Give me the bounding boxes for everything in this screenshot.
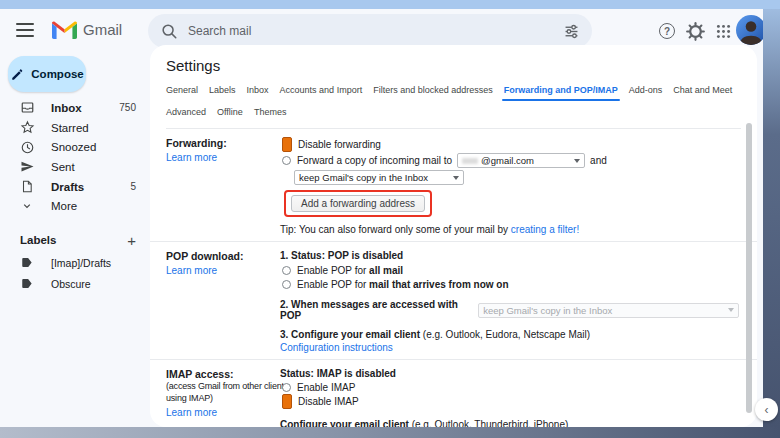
pop-status-text: 1. Status: POP is disabled	[280, 250, 739, 261]
sidebar-nav: Inbox 750 Starred Snoozed Sent Drafts 5 …	[0, 98, 150, 216]
imap-learn-more-link[interactable]: Learn more	[166, 407, 280, 418]
create-label-icon[interactable]: +	[127, 232, 136, 249]
pop-when-label: 2. When messages are accessed with POP	[280, 299, 473, 321]
account-avatar[interactable]	[736, 15, 763, 45]
sidebar-item-more[interactable]: More	[0, 196, 150, 216]
pencil-icon	[10, 67, 25, 82]
label-tag-icon	[20, 254, 37, 271]
inbox-icon	[20, 99, 37, 116]
send-icon	[20, 158, 37, 175]
imap-access-label: IMAP access:	[166, 368, 280, 380]
forwarding-tip: Tip: You can also forward only some of y…	[280, 224, 739, 235]
imap-status-text: Status: IMAP is disabled	[280, 368, 739, 379]
chevron-down-icon	[20, 198, 37, 215]
tab-offline[interactable]: Offline	[217, 107, 243, 118]
tab-forwarding-and-pop-imap[interactable]: Forwarding and POP/IMAP	[504, 85, 618, 96]
forwarding-label: Forwarding:	[166, 137, 280, 149]
google-apps-grid-icon[interactable]	[713, 21, 733, 41]
frame-bottom-border	[0, 427, 780, 438]
creating-a-filter-link[interactable]: creating a filter!	[511, 224, 579, 235]
settings-tabs: General Labels Inbox Accounts and Import…	[166, 84, 741, 129]
sidebar-item-drafts[interactable]: Drafts 5	[0, 177, 150, 197]
tab-inbox[interactable]: Inbox	[247, 85, 269, 96]
labels-header: Labels +	[0, 230, 150, 250]
select-caret-icon	[728, 308, 734, 312]
select-caret-icon	[574, 159, 580, 163]
keep-copy-select[interactable]: keep Gmail's copy in the Inbox	[294, 170, 464, 185]
gmail-logo[interactable]: Gmail	[52, 20, 122, 39]
label-item-obscure[interactable]: Obscure	[0, 273, 150, 294]
tab-themes[interactable]: Themes	[254, 107, 287, 118]
tab-general[interactable]: General	[166, 85, 198, 96]
settings-panel: Settings General Labels Inbox Accounts a…	[150, 45, 757, 427]
main-menu-icon[interactable]	[16, 23, 34, 37]
star-icon	[20, 119, 37, 136]
redacted-username	[462, 158, 478, 164]
tab-accounts-and-import[interactable]: Accounts and Import	[280, 85, 363, 96]
drafts-count: 5	[130, 181, 136, 192]
forwarding-learn-more-link[interactable]: Learn more	[166, 152, 280, 163]
frame-right-border	[763, 9, 780, 427]
add-forwarding-address-button[interactable]: Add a forwarding address	[291, 195, 425, 212]
pop-configure-text: 3. Configure your email client (e.g. Out…	[280, 329, 739, 340]
pop-download-section: POP download: Learn more 1. Status: POP …	[150, 242, 757, 360]
pop-download-label: POP download:	[166, 250, 280, 262]
draft-file-icon	[20, 178, 37, 195]
clock-icon	[20, 139, 37, 156]
pop-configuration-instructions-link[interactable]: Configuration instructions	[280, 342, 739, 353]
disable-imap-radio[interactable]	[282, 394, 292, 409]
label-tag-icon	[20, 275, 37, 292]
tab-chat-and-meet[interactable]: Chat and Meet	[673, 85, 732, 96]
imap-configure-text: Configure your email client (e.g. Outloo…	[280, 419, 739, 427]
sidebar-item-starred[interactable]: Starred	[0, 118, 150, 138]
imap-access-section: IMAP access: (access Gmail from other cl…	[150, 360, 757, 427]
search-placeholder: Search mail	[188, 24, 563, 38]
frame-top-border	[0, 0, 780, 9]
disable-forwarding-radio[interactable]	[282, 137, 292, 152]
help-icon[interactable]: ?	[657, 21, 677, 41]
tab-advanced[interactable]: Advanced	[166, 107, 206, 118]
sidebar-item-sent[interactable]: Sent	[0, 157, 150, 177]
settings-gear-icon[interactable]	[685, 21, 705, 41]
labels-list: [Imap]/Drafts Obscure	[0, 252, 150, 294]
tab-filters-and-blocked-addresses[interactable]: Filters and blocked addresses	[373, 85, 493, 96]
forward-copy-radio[interactable]	[282, 156, 291, 165]
sidebar-item-snoozed[interactable]: Snoozed	[0, 137, 150, 157]
card-scrollbar[interactable]	[746, 123, 752, 413]
forwarding-section: Forwarding: Learn more Disable forwardin…	[150, 129, 757, 242]
gmail-wordmark: Gmail	[83, 21, 122, 38]
search-input[interactable]: Search mail	[148, 14, 592, 48]
pop-when-select: keep Gmail's copy in the Inbox	[478, 303, 739, 318]
highlight-red-box: Add a forwarding address	[284, 190, 432, 217]
inbox-count: 750	[119, 102, 136, 113]
search-icon[interactable]	[160, 22, 178, 40]
compose-button[interactable]: Compose	[8, 56, 86, 92]
tab-labels[interactable]: Labels	[209, 85, 236, 96]
enable-pop-from-now-radio[interactable]	[282, 280, 291, 289]
select-caret-icon	[453, 176, 459, 180]
enable-pop-all-mail-radio[interactable]	[282, 266, 291, 275]
side-panel-toggle-button[interactable]: ‹	[755, 398, 778, 421]
tab-add-ons[interactable]: Add-ons	[629, 85, 663, 96]
chevron-left-icon: ‹	[765, 403, 769, 417]
enable-imap-radio[interactable]	[282, 383, 291, 392]
sidebar-item-inbox[interactable]: Inbox 750	[0, 98, 150, 118]
gmail-app: Gmail Search mail ?	[0, 9, 763, 427]
page-title: Settings	[150, 45, 757, 75]
pop-learn-more-link[interactable]: Learn more	[166, 265, 280, 276]
forward-address-select[interactable]: @gmail.com	[457, 153, 585, 168]
label-item-imap-drafts[interactable]: [Imap]/Drafts	[0, 252, 150, 273]
gmail-m-icon	[52, 20, 77, 39]
search-options-icon[interactable]	[563, 23, 580, 40]
